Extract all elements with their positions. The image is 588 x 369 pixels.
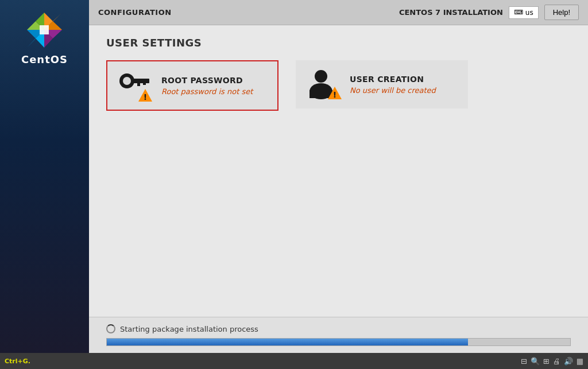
user-warning-icon: !: [327, 86, 343, 100]
config-title: CONFIGURATION: [98, 8, 172, 17]
statusbar-icon-4: 🖨: [553, 357, 560, 366]
svg-rect-20: [137, 82, 140, 86]
warning-icon: !: [137, 88, 153, 103]
spinner-icon: [106, 324, 115, 333]
svg-point-18: [123, 77, 131, 85]
keyboard-indicator[interactable]: ⌨ us: [509, 6, 539, 19]
centos-logo-icon: [26, 11, 63, 49]
topbar: CONFIGURATION CENTOS 7 INSTALLATION ⌨ us…: [89, 0, 588, 25]
centos-label: CentOS: [21, 53, 68, 65]
page-content: USER SETTINGS: [89, 25, 588, 317]
root-password-card[interactable]: ! ROOT PASSWORD Root password is not set: [106, 60, 278, 111]
statusbar-shortcut: Ctrl+G.: [5, 358, 30, 365]
root-password-subtitle: Root password is not set: [161, 87, 253, 96]
user-creation-subtitle: No user will be created: [350, 86, 436, 95]
statusbar: Ctrl+G. ⊟ 🔍 ⊞ 🖨 🔊 ▦: [0, 353, 588, 369]
topbar-right: CENTOS 7 INSTALLATION ⌨ us Help!: [399, 5, 579, 20]
root-password-icon-area: !: [118, 69, 154, 102]
user-creation-card[interactable]: ! USER CREATION No user will be created: [296, 60, 468, 108]
progress-label-area: Starting package installation process: [106, 324, 571, 333]
content-area: CONFIGURATION CENTOS 7 INSTALLATION ⌨ us…: [89, 0, 588, 353]
progress-label-text: Starting package installation process: [120, 325, 258, 333]
bottom-area: Starting package installation process: [89, 317, 588, 353]
svg-rect-21: [143, 82, 146, 85]
statusbar-icon-6: ▦: [577, 357, 583, 366]
install-label: CENTOS 7 INSTALLATION: [399, 8, 503, 17]
statusbar-icon-5: 🔊: [564, 357, 573, 366]
section-title: USER SETTINGS: [106, 37, 571, 49]
user-creation-title: USER CREATION: [350, 75, 436, 84]
statusbar-icon-3: ⊞: [543, 357, 550, 366]
root-password-title: ROOT PASSWORD: [161, 76, 253, 85]
statusbar-icon-1: ⊟: [521, 357, 527, 366]
root-password-text: ROOT PASSWORD Root password is not set: [161, 76, 253, 96]
centos-logo: CentOS: [21, 11, 68, 65]
main-wrapper: CentOS CONFIGURATION CENTOS 7 INSTALLATI…: [0, 0, 588, 353]
svg-rect-19: [133, 79, 149, 83]
user-creation-icon-area: !: [306, 68, 343, 100]
keyboard-lang: us: [525, 9, 533, 17]
svg-point-24: [315, 70, 327, 83]
progress-bar-fill: [107, 339, 468, 345]
help-button[interactable]: Help!: [544, 5, 579, 20]
sidebar: CentOS: [0, 0, 89, 353]
keyboard-icon: ⌨: [514, 9, 523, 16]
progress-bar-container: [106, 338, 571, 346]
statusbar-icon-2: 🔍: [531, 357, 540, 366]
cards-row: ! ROOT PASSWORD Root password is not set: [106, 60, 571, 111]
svg-text:!: !: [144, 92, 147, 102]
svg-text:!: !: [333, 90, 336, 99]
user-creation-text: USER CREATION No user will be created: [350, 75, 436, 95]
svg-rect-16: [40, 25, 49, 34]
statusbar-icons: ⊟ 🔍 ⊞ 🖨 🔊 ▦: [521, 357, 583, 366]
